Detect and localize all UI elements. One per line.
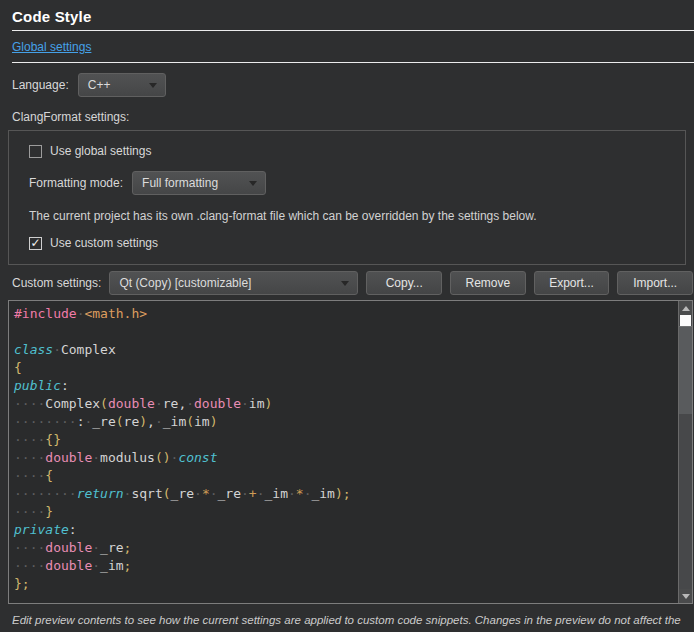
code-token: ········: [14, 486, 77, 501]
code-token: double: [194, 396, 241, 411]
code-token: ): [265, 396, 273, 411]
formatting-mode-value: Full formatting: [142, 176, 218, 190]
code-token: double: [45, 558, 92, 573]
scroll-down-button[interactable]: [679, 589, 692, 603]
code-token: Complex: [45, 396, 100, 411]
code-token: {: [14, 360, 22, 375]
code-token: im: [249, 396, 265, 411]
code-token: double: [45, 450, 92, 465]
code-line: #include·<math.h>: [14, 305, 678, 323]
code-line: };: [14, 575, 678, 593]
code-token: };: [14, 576, 30, 591]
code-token: ·: [241, 396, 249, 411]
language-label: Language:: [12, 78, 69, 92]
code-token: ,: [147, 414, 155, 429]
code-token: ········: [14, 414, 77, 429]
chevron-down-icon: [249, 181, 257, 186]
code-token: ····: [14, 396, 45, 411]
formatting-mode-label: Formatting mode:: [29, 176, 123, 190]
formatting-mode-select[interactable]: Full formatting: [132, 171, 266, 195]
code-token: *: [202, 486, 210, 501]
code-token: ·: [210, 486, 218, 501]
code-token: _im: [311, 486, 334, 501]
import-button[interactable]: Import...: [617, 271, 693, 295]
custom-settings-value: Qt (Copy) [customizable]: [119, 276, 251, 290]
code-token: ·: [155, 396, 163, 411]
checkbox-indicator: ✓: [29, 237, 42, 250]
page-title: Code Style: [0, 0, 694, 30]
code-token: +: [249, 486, 257, 501]
code-token: ·: [194, 486, 202, 501]
code-area[interactable]: #include·<math.h> class·Complex{public:·…: [9, 301, 678, 603]
use-custom-settings-label: Use custom settings: [50, 236, 158, 250]
clangformat-section-label: ClangFormat settings:: [0, 103, 694, 127]
copy-button[interactable]: Copy...: [366, 271, 442, 295]
code-token: ·: [186, 396, 194, 411]
code-line: {: [14, 359, 678, 377]
code-token: double: [108, 396, 155, 411]
footer-note: Edit preview contents to see how the cur…: [12, 612, 682, 632]
code-token: _im: [163, 414, 186, 429]
code-token: _re: [92, 414, 115, 429]
code-token: ): [210, 414, 218, 429]
code-token: ·: [241, 486, 249, 501]
code-line: ····double·_im;: [14, 557, 678, 575]
code-token: *: [296, 486, 304, 501]
clangformat-groupbox: Use global settings Formatting mode: Ful…: [8, 130, 686, 265]
code-preview-editor[interactable]: #include·<math.h> class·Complex{public:·…: [8, 300, 693, 604]
code-token: modulus: [100, 450, 155, 465]
code-line: class·Complex: [14, 341, 678, 359]
code-token: ·: [257, 486, 265, 501]
custom-settings-label: Custom settings:: [12, 276, 101, 290]
code-token: re: [163, 396, 179, 411]
code-token: ;: [124, 540, 132, 555]
use-custom-settings-checkbox[interactable]: ✓ Use custom settings: [29, 236, 675, 250]
code-line: ····{: [14, 467, 678, 485]
code-token: ·: [92, 558, 100, 573]
code-token: public: [14, 378, 61, 393]
code-token: ····: [14, 450, 45, 465]
code-token: ;: [124, 558, 132, 573]
code-token: (: [116, 414, 124, 429]
vertical-scrollbar[interactable]: [678, 301, 692, 603]
code-token: #include: [14, 306, 77, 321]
code-token: {: [45, 468, 53, 483]
clang-format-info-text: The current project has its own .clang-f…: [29, 209, 675, 223]
code-token: ····: [14, 558, 45, 573]
scroll-up-button[interactable]: [679, 301, 692, 315]
scrollbar-track[interactable]: [679, 414, 692, 589]
code-token: ····: [14, 540, 45, 555]
scrollbar-thumb[interactable]: [679, 326, 692, 414]
code-line: ········return·sqrt(_re·*·_re·+·_im·*·_i…: [14, 485, 678, 503]
code-token: ·: [92, 540, 100, 555]
code-token: sqrt: [131, 486, 162, 501]
chevron-down-icon: [341, 281, 349, 286]
use-global-settings-checkbox[interactable]: Use global settings: [29, 144, 675, 158]
code-token: :: [61, 378, 69, 393]
code-token: (): [155, 450, 171, 465]
code-token: const: [178, 450, 217, 465]
use-global-settings-label: Use global settings: [50, 144, 151, 158]
code-token: ): [139, 414, 147, 429]
code-token: <math.h>: [84, 306, 147, 321]
global-settings-link[interactable]: Global settings: [12, 40, 91, 54]
language-select[interactable]: C++: [78, 73, 166, 97]
code-token: ·: [288, 486, 296, 501]
code-token: _re: [218, 486, 241, 501]
code-token: private: [14, 522, 69, 537]
code-token: ·: [92, 450, 100, 465]
code-line: ····Complex(double·re,·double·im): [14, 395, 678, 413]
code-line: private:: [14, 521, 678, 539]
code-token: _im: [265, 486, 288, 501]
remove-button[interactable]: Remove: [450, 271, 526, 295]
code-token: re: [124, 414, 140, 429]
code-line: [14, 323, 678, 341]
code-token: ·: [155, 414, 163, 429]
custom-settings-select[interactable]: Qt (Copy) [customizable]: [109, 271, 358, 295]
checkbox-indicator: [29, 145, 42, 158]
up-arrow-icon: [682, 306, 690, 311]
code-line: ····double·_re;: [14, 539, 678, 557]
code-line: ········:·_re(re),·_im(im): [14, 413, 678, 431]
language-select-value: C++: [88, 78, 111, 92]
export-button[interactable]: Export...: [534, 271, 610, 295]
